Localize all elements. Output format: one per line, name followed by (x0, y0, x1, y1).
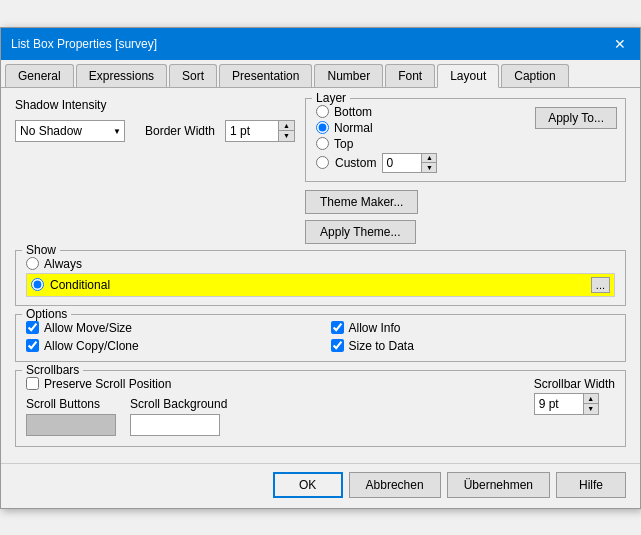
apply-button[interactable]: Übernehmen (447, 472, 550, 498)
layer-group: Layer Apply To... Bottom Normal Top (305, 98, 626, 182)
scroll-background-section: Scroll Background (130, 397, 227, 438)
right-panel: Layer Apply To... Bottom Normal Top (305, 98, 626, 250)
layer-top-label: Top (334, 137, 353, 151)
tab-font[interactable]: Font (385, 64, 435, 87)
allow-info-checkbox[interactable] (331, 321, 344, 334)
main-window: List Box Properties [survey] ✕ General E… (0, 27, 641, 509)
options-group-title: Options (22, 307, 71, 321)
layer-custom-label: Custom (335, 156, 376, 170)
ok-button[interactable]: OK (273, 472, 343, 498)
preserve-scroll-checkbox[interactable] (26, 377, 39, 390)
layer-custom-spin-buttons: ▲ ▼ (421, 154, 436, 172)
show-always-radio[interactable] (26, 257, 39, 270)
scroll-bottom: Scroll Buttons Scroll Background (26, 397, 227, 438)
conditional-expression-button[interactable]: ... (591, 277, 610, 293)
show-always-label: Always (44, 257, 82, 271)
allow-info-label: Allow Info (349, 321, 401, 335)
apply-to-button[interactable]: Apply To... (535, 107, 617, 129)
shadow-select-group: No Shadow Light Medium Heavy Border Widt… (15, 120, 295, 142)
tab-layout[interactable]: Layout (437, 64, 499, 88)
close-button[interactable]: ✕ (610, 34, 630, 54)
preserve-scroll-label: Preserve Scroll Position (44, 377, 171, 391)
show-conditional-radio[interactable] (31, 278, 44, 291)
tab-presentation[interactable]: Presentation (219, 64, 312, 87)
size-to-data-label: Size to Data (349, 339, 414, 353)
window-title: List Box Properties [survey] (11, 37, 157, 51)
allow-info-option: Allow Info (331, 321, 616, 335)
allow-copy-clone-option: Allow Copy/Clone (26, 339, 311, 353)
layer-top-option: Top (316, 137, 615, 151)
content-area: Shadow Intensity No Shadow Light Medium … (1, 88, 640, 463)
options-grid: Allow Move/Size Allow Info Allow Copy/Cl… (26, 321, 615, 353)
size-to-data-option: Size to Data (331, 339, 616, 353)
allow-move-size-label: Allow Move/Size (44, 321, 132, 335)
layer-custom-input[interactable] (383, 154, 421, 172)
options-group: Options Allow Move/Size Allow Info Allow… (15, 314, 626, 362)
shadow-intensity-select[interactable]: No Shadow Light Medium Heavy (15, 120, 125, 142)
scroll-background-color[interactable] (130, 414, 220, 436)
border-width-up[interactable]: ▲ (278, 121, 294, 132)
shadow-intensity-group: Shadow Intensity (15, 98, 295, 112)
tab-sort[interactable]: Sort (169, 64, 217, 87)
tab-expressions[interactable]: Expressions (76, 64, 167, 87)
scrollbars-left: Preserve Scroll Position Scroll Buttons … (26, 377, 227, 438)
show-always-option: Always (26, 257, 615, 271)
scrollbar-width-spinner: ▲ ▼ (534, 393, 599, 415)
scrollbar-width-down[interactable]: ▼ (583, 404, 598, 414)
conditional-expression-input[interactable] (116, 276, 585, 294)
layer-bottom-radio[interactable] (316, 105, 329, 118)
left-panel: Shadow Intensity No Shadow Light Medium … (15, 98, 295, 142)
allow-move-size-option: Allow Move/Size (26, 321, 311, 335)
layer-group-title: Layer (312, 91, 350, 105)
scrollbar-width-spin-buttons: ▲ ▼ (583, 394, 598, 414)
layer-bottom-label: Bottom (334, 105, 372, 119)
tab-bar: General Expressions Sort Presentation Nu… (1, 60, 640, 88)
scroll-buttons-section: Scroll Buttons (26, 397, 116, 438)
layer-custom-spinner: ▲ ▼ (382, 153, 437, 173)
border-width-spinner: ▲ ▼ (225, 120, 295, 142)
border-width-input[interactable] (226, 121, 278, 141)
layer-custom-down[interactable]: ▼ (421, 163, 436, 172)
preserve-scroll-option: Preserve Scroll Position (26, 377, 227, 391)
scrollbar-width-up[interactable]: ▲ (583, 394, 598, 405)
scrollbars-group: Scrollbars Preserve Scroll Position Scro… (15, 370, 626, 447)
layer-normal-label: Normal (334, 121, 373, 135)
allow-copy-clone-label: Allow Copy/Clone (44, 339, 139, 353)
border-width-label: Border Width (145, 124, 215, 138)
tab-caption[interactable]: Caption (501, 64, 568, 87)
show-group-title: Show (22, 243, 60, 257)
help-button[interactable]: Hilfe (556, 472, 626, 498)
scroll-background-label: Scroll Background (130, 397, 227, 411)
show-group: Show Always Conditional ... (15, 250, 626, 306)
top-row: Shadow Intensity No Shadow Light Medium … (15, 98, 626, 250)
scrollbars-inner: Preserve Scroll Position Scroll Buttons … (26, 377, 615, 438)
border-width-down[interactable]: ▼ (278, 131, 294, 141)
scroll-buttons-label: Scroll Buttons (26, 397, 116, 411)
layer-custom-option: Custom ▲ ▼ (316, 153, 615, 173)
scrollbar-width-label: Scrollbar Width (534, 377, 615, 391)
apply-theme-button[interactable]: Apply Theme... (305, 220, 415, 244)
scrollbars-group-title: Scrollbars (22, 363, 83, 377)
layer-custom-up[interactable]: ▲ (421, 154, 436, 164)
allow-copy-clone-checkbox[interactable] (26, 339, 39, 352)
size-to-data-checkbox[interactable] (331, 339, 344, 352)
layer-custom-radio[interactable] (316, 156, 329, 169)
shadow-intensity-label: Shadow Intensity (15, 98, 106, 112)
title-bar: List Box Properties [survey] ✕ (1, 28, 640, 60)
layer-top-radio[interactable] (316, 137, 329, 150)
scrollbar-width-section: Scrollbar Width ▲ ▼ (534, 377, 615, 415)
cancel-button[interactable]: Abbrechen (349, 472, 441, 498)
border-width-spin-buttons: ▲ ▼ (278, 121, 294, 141)
tab-general[interactable]: General (5, 64, 74, 87)
scroll-buttons-color[interactable] (26, 414, 116, 436)
show-conditional-row: Conditional ... (26, 273, 615, 297)
show-conditional-label: Conditional (50, 278, 110, 292)
tab-number[interactable]: Number (314, 64, 383, 87)
layer-normal-radio[interactable] (316, 121, 329, 134)
scrollbar-width-input[interactable] (535, 394, 583, 414)
theme-button-row: Theme Maker... (305, 190, 626, 214)
shadow-select-wrapper: No Shadow Light Medium Heavy (15, 120, 125, 142)
allow-move-size-checkbox[interactable] (26, 321, 39, 334)
theme-maker-button[interactable]: Theme Maker... (305, 190, 418, 214)
apply-theme-button-row: Apply Theme... (305, 220, 626, 244)
